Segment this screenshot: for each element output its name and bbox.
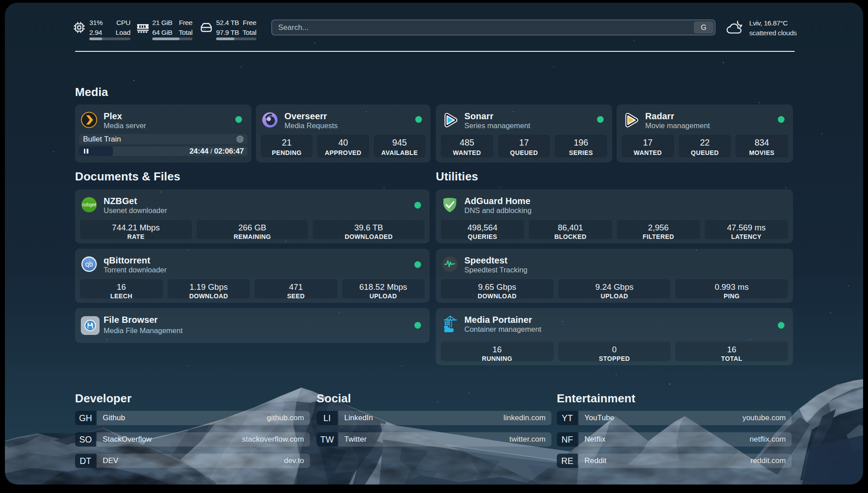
svg-text:nzbget: nzbget <box>82 202 96 207</box>
svg-text:qb: qb <box>85 260 93 268</box>
